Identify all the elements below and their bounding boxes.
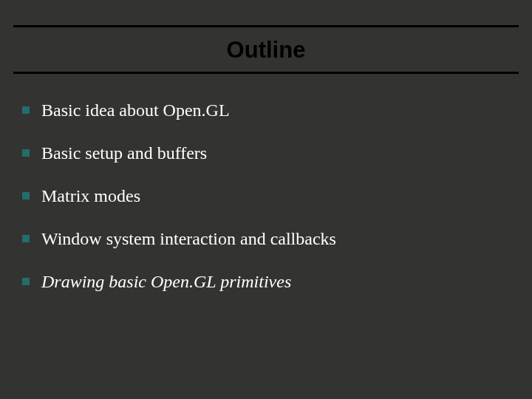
bullet-list: Basic idea about Open.GL Basic setup and… xyxy=(13,74,519,293)
square-bullet-icon xyxy=(22,149,30,157)
list-item: Drawing basic Open.GL primitives xyxy=(22,270,511,293)
list-item-text: Basic setup and buffers xyxy=(41,142,207,164)
list-item: Basic setup and buffers xyxy=(22,142,511,164)
list-item-text: Window system interaction and callbacks xyxy=(41,228,336,250)
list-item: Basic idea about Open.GL xyxy=(22,99,511,121)
square-bullet-icon xyxy=(22,106,30,114)
square-bullet-icon xyxy=(22,192,30,200)
divider-top xyxy=(13,25,519,27)
slide: Outline Basic idea about Open.GL Basic s… xyxy=(0,0,532,399)
square-bullet-icon xyxy=(22,278,30,285)
list-item: Window system interaction and callbacks xyxy=(22,228,511,250)
list-item-text: Basic idea about Open.GL xyxy=(41,99,230,121)
page-title: Outline xyxy=(13,38,519,63)
list-item: Matrix modes xyxy=(22,185,511,207)
list-item-text: Matrix modes xyxy=(41,185,140,207)
square-bullet-icon xyxy=(22,235,30,242)
list-item-text: Drawing basic Open.GL primitives xyxy=(41,270,291,293)
